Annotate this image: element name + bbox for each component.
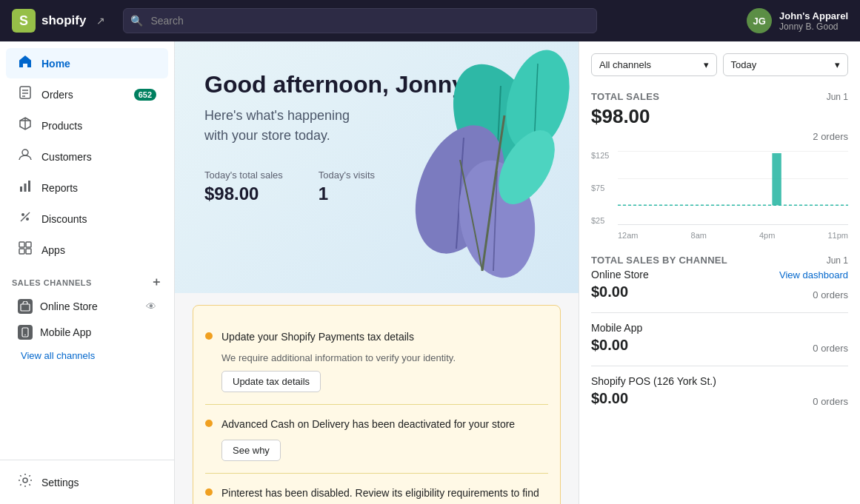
settings-label: Settings <box>41 477 79 488</box>
sidebar-item-reports[interactable]: Reports <box>6 172 168 203</box>
total-sales-header: TOTAL SALES Jun 1 <box>591 91 848 102</box>
chart-x-11pm: 11pm <box>827 231 848 240</box>
products-icon <box>18 116 33 135</box>
sidebar-label-orders: Orders <box>41 89 73 101</box>
rp-filters: All channels ▾ Today ▾ <box>591 53 848 76</box>
svg-point-19 <box>24 335 26 336</box>
sales-by-channel-section: TOTAL SALES BY CHANNEL Jun 1 Online Stor… <box>591 255 848 407</box>
svg-rect-8 <box>24 184 27 192</box>
notification-dot <box>205 332 213 340</box>
orders-badge: 652 <box>134 89 156 101</box>
channel-filter-select[interactable]: All channels ▾ <box>591 53 717 76</box>
total-sales-title: TOTAL SALES <box>591 91 659 102</box>
discounts-icon <box>18 209 33 228</box>
chart-y-label-25: $25 <box>591 216 609 225</box>
hero-section: Good afternoon, Jonny B.. Here's what's … <box>175 41 579 293</box>
shopify-pos-orders: 0 orders <box>813 396 848 407</box>
sales-by-channel-title: TOTAL SALES BY CHANNEL <box>591 255 727 266</box>
shopify-pos-amount: $0.00 <box>591 390 628 407</box>
online-store-amount: $0.00 <box>591 283 628 300</box>
notification-dot-2 <box>205 420 213 427</box>
topnav-right: JG John's Apparel Jonny B. Good <box>747 8 848 33</box>
shopify-bag-icon: S <box>12 9 36 33</box>
svg-point-10 <box>21 213 24 216</box>
settings-icon <box>18 473 33 491</box>
sidebar-label-apps: Apps <box>41 244 65 256</box>
notification-3: Pinterest has been disabled. Review its … <box>205 474 548 504</box>
notification-title-1: Update your Shopify Payments tax details <box>221 329 456 345</box>
chart-x-4pm: 4pm <box>759 231 775 240</box>
chart-x-8am: 8am <box>691 231 707 240</box>
mobile-app-amount: $0.00 <box>591 337 628 354</box>
reports-icon <box>18 178 33 197</box>
sidebar-label-reports: Reports <box>41 182 78 194</box>
svg-point-20 <box>23 478 27 483</box>
online-store-icon <box>18 299 33 314</box>
apps-icon <box>18 241 33 259</box>
orders-icon <box>18 85 33 104</box>
avatar[interactable]: JG <box>747 8 772 33</box>
channel-mobile-app-name: Mobile App <box>591 322 642 334</box>
view-dashboard-link[interactable]: View dashboard <box>779 269 848 280</box>
sales-chart: $125 $75 $25 <box>591 151 848 240</box>
topnav: S shopify ↗ 🔍 JG John's Apparel Jonny B.… <box>0 0 860 41</box>
sidebar-label-discounts: Discounts <box>41 213 87 225</box>
sidebar-item-products[interactable]: Products <box>6 110 168 141</box>
chart-area <box>618 151 848 225</box>
channel-row-mobile-app-header: Mobile App <box>591 322 848 334</box>
visibility-icon: 👁 <box>146 300 156 312</box>
sidebar-item-customers[interactable]: Customers <box>6 141 168 172</box>
mobile-app-orders: 0 orders <box>813 343 848 354</box>
svg-rect-17 <box>21 304 30 311</box>
notifications-card: Update your Shopify Payments tax details… <box>193 305 561 504</box>
user-info: John's Apparel Jonny B. Good <box>779 10 848 32</box>
sidebar-label-home: Home <box>41 58 70 70</box>
channel-row-shopify-pos-header: Shopify POS (126 York St.) <box>591 375 848 387</box>
sidebar-item-online-store[interactable]: Online Store 👁 <box>6 294 168 319</box>
main-area: Good afternoon, Jonny B.. Here's what's … <box>175 41 860 504</box>
sidebar-item-discounts[interactable]: Discounts <box>6 204 168 234</box>
home-icon <box>18 54 33 73</box>
add-channel-button[interactable]: ＋ <box>150 275 163 290</box>
online-store-orders: 0 orders <box>813 289 848 300</box>
search-container: 🔍 <box>123 8 597 33</box>
search-icon: 🔍 <box>130 15 143 27</box>
sidebar-item-orders[interactable]: Orders 652 <box>6 79 168 110</box>
sidebar-item-apps[interactable]: Apps <box>6 235 168 265</box>
channel-divider-2 <box>591 366 848 366</box>
view-all-channels-link[interactable]: View all channels <box>0 346 174 367</box>
customers-icon <box>18 147 33 166</box>
svg-rect-13 <box>19 242 24 247</box>
sales-by-channel-header: TOTAL SALES BY CHANNEL Jun 1 <box>591 255 848 266</box>
sidebar-item-home[interactable]: Home <box>6 48 168 78</box>
date-filter-select[interactable]: Today ▾ <box>723 53 849 76</box>
chart-y-label-75: $75 <box>591 184 609 192</box>
content-area: Good afternoon, Jonny B.. Here's what's … <box>175 41 579 504</box>
hero-greeting: Good afternoon, Jonny B.. <box>204 71 549 98</box>
notification-content-1: Update your Shopify Payments tax details… <box>221 329 456 392</box>
svg-rect-9 <box>28 181 30 192</box>
channel-row-online-store: Online Store View dashboard $0.00 0 orde… <box>591 269 848 300</box>
svg-point-11 <box>26 218 29 221</box>
update-tax-button[interactable]: Update tax details <box>221 371 321 392</box>
svg-rect-15 <box>19 249 24 254</box>
total-sales-orders: 2 orders <box>591 131 848 142</box>
sidebar: Home Orders 652 Products <box>0 41 175 504</box>
hero-stats: Today's total sales $98.00 Today's visit… <box>204 169 549 204</box>
search-input[interactable] <box>123 8 597 33</box>
logo[interactable]: S shopify <box>12 9 86 33</box>
channel-row-mobile-app: Mobile App $0.00 0 orders <box>591 322 848 354</box>
notification-title-2: Advanced Cash on Delivery has been deact… <box>221 417 515 432</box>
sales-by-channel-date: Jun 1 <box>827 255 848 266</box>
external-link-icon[interactable]: ↗ <box>96 15 105 27</box>
svg-rect-7 <box>20 187 22 192</box>
sales-channels-title: SALES CHANNELS ＋ <box>0 266 174 293</box>
sidebar-item-settings[interactable]: Settings <box>6 467 168 497</box>
see-why-button[interactable]: See why <box>221 440 281 461</box>
chart-svg <box>618 151 848 224</box>
sidebar-item-mobile-app[interactable]: Mobile App <box>6 320 168 345</box>
svg-rect-16 <box>26 249 31 254</box>
notification-2: Advanced Cash on Delivery has been deact… <box>205 405 548 474</box>
total-sales-date: Jun 1 <box>827 92 848 102</box>
channel-divider-1 <box>591 312 848 313</box>
